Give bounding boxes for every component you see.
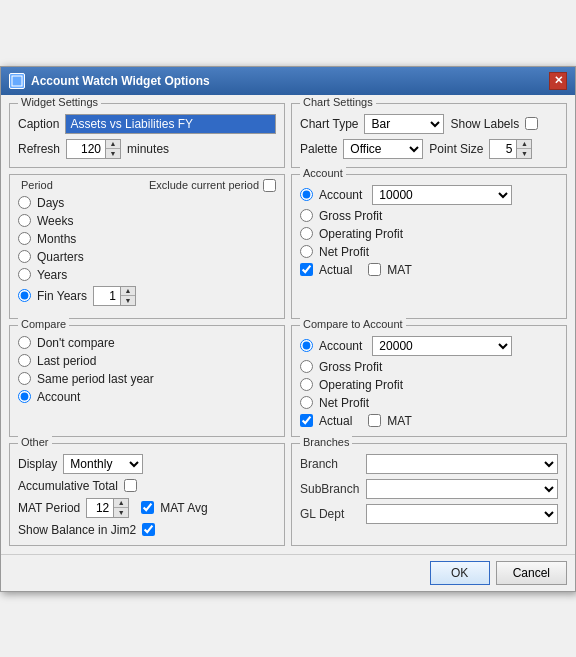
dialog-icon: [9, 73, 25, 89]
show-labels-checkbox[interactable]: [525, 117, 538, 130]
period-quarters-label: Quarters: [37, 250, 84, 264]
finyears-up[interactable]: ▲: [121, 287, 135, 296]
cancel-button[interactable]: Cancel: [496, 561, 567, 585]
refresh-spin-up[interactable]: ▲: [106, 140, 120, 149]
cta-gross-label: Gross Profit: [319, 360, 382, 374]
cta-actual-checkbox[interactable]: [300, 414, 313, 427]
account-actual-label: Actual: [319, 263, 352, 277]
cta-gross-radio[interactable]: [300, 360, 313, 373]
account-gross-label: Gross Profit: [319, 209, 382, 223]
cta-account-radio[interactable]: [300, 339, 313, 352]
cta-operating-radio[interactable]: [300, 378, 313, 391]
cta-net-radio[interactable]: [300, 396, 313, 409]
svg-rect-3: [13, 82, 16, 85]
mat-avg-checkbox[interactable]: [141, 501, 154, 514]
exclude-period-label: Exclude current period: [149, 179, 259, 191]
mat-period-label: MAT Period: [18, 501, 80, 515]
account-mat-checkbox[interactable]: [368, 263, 381, 276]
period-years-radio[interactable]: [18, 268, 31, 281]
chart-type-select[interactable]: Bar Line Area Pie: [364, 114, 444, 134]
widget-settings-label: Widget Settings: [18, 96, 101, 108]
show-labels-label: Show Labels: [450, 117, 519, 131]
finyears-input[interactable]: [93, 286, 121, 306]
account-account-label: Account: [319, 188, 362, 202]
display-select[interactable]: Monthly Weekly Daily: [63, 454, 143, 474]
dialog-body: Widget Settings Caption Refresh ▲ ▼ minu…: [1, 95, 575, 554]
period-weeks-radio[interactable]: [18, 214, 31, 227]
account-group: Account Account 10000 Gross Profit Opera…: [291, 174, 567, 319]
account-group-label: Account: [300, 167, 346, 179]
compare-account-radio[interactable]: [18, 390, 31, 403]
account-actual-checkbox[interactable]: [300, 263, 313, 276]
account-net-label: Net Profit: [319, 245, 369, 259]
other-group-label: Other: [18, 436, 52, 448]
gldept-label: GL Dept: [300, 507, 360, 521]
other-group: Other Display Monthly Weekly Daily Accum…: [9, 443, 285, 546]
compare-sameyear-radio[interactable]: [18, 372, 31, 385]
refresh-label: Refresh: [18, 142, 60, 156]
branch-select[interactable]: [366, 454, 558, 474]
main-dialog: Account Watch Widget Options ✕ Widget Se…: [0, 66, 576, 592]
dialog-title: Account Watch Widget Options: [31, 74, 210, 88]
account-account-radio[interactable]: [300, 188, 313, 201]
point-size-label: Point Size: [429, 142, 483, 156]
period-years-label: Years: [37, 268, 67, 282]
gldept-select[interactable]: [366, 504, 558, 524]
account-operating-label: Operating Profit: [319, 227, 403, 241]
cta-operating-label: Operating Profit: [319, 378, 403, 392]
period-finyears-radio[interactable]: [18, 289, 31, 302]
title-bar: Account Watch Widget Options ✕: [1, 67, 575, 95]
mat-period-down[interactable]: ▼: [114, 508, 128, 517]
cta-net-label: Net Profit: [319, 396, 369, 410]
minutes-label: minutes: [127, 142, 169, 156]
display-label: Display: [18, 457, 57, 471]
branch-label: Branch: [300, 457, 360, 471]
show-balance-checkbox[interactable]: [142, 523, 155, 536]
compare-last-radio[interactable]: [18, 354, 31, 367]
branches-group-label: Branches: [300, 436, 352, 448]
refresh-spin-down[interactable]: ▼: [106, 149, 120, 158]
account-select[interactable]: 10000: [372, 185, 512, 205]
finyears-down[interactable]: ▼: [121, 296, 135, 305]
cta-actual-label: Actual: [319, 414, 352, 428]
caption-input[interactable]: [65, 114, 276, 134]
compare-to-account-group: Compare to Account Account 20000 Gross P…: [291, 325, 567, 437]
compare-none-radio[interactable]: [18, 336, 31, 349]
svg-rect-1: [13, 77, 17, 81]
accumulative-label: Accumulative Total: [18, 479, 118, 493]
compare-group-label: Compare: [18, 318, 69, 330]
account-mat-label: MAT: [387, 263, 411, 277]
ok-button[interactable]: OK: [430, 561, 490, 585]
palette-select[interactable]: Office Classic Modern: [343, 139, 423, 159]
mat-period-input[interactable]: [86, 498, 114, 518]
point-size-up[interactable]: ▲: [517, 140, 531, 149]
close-button[interactable]: ✕: [549, 72, 567, 90]
compare-none-label: Don't compare: [37, 336, 115, 350]
svg-rect-4: [17, 82, 21, 85]
account-operating-radio[interactable]: [300, 227, 313, 240]
period-days-label: Days: [37, 196, 64, 210]
period-days-radio[interactable]: [18, 196, 31, 209]
account-net-radio[interactable]: [300, 245, 313, 258]
mat-period-up[interactable]: ▲: [114, 499, 128, 508]
account-gross-radio[interactable]: [300, 209, 313, 222]
cta-mat-checkbox[interactable]: [368, 414, 381, 427]
period-quarters-radio[interactable]: [18, 250, 31, 263]
widget-settings-group: Widget Settings Caption Refresh ▲ ▼ minu…: [9, 103, 285, 168]
subbranch-select[interactable]: [366, 479, 558, 499]
period-group: Period Exclude current period Days Weeks…: [9, 174, 285, 319]
exclude-period-checkbox[interactable]: [263, 179, 276, 192]
refresh-input[interactable]: [66, 139, 106, 159]
period-finyears-label: Fin Years: [37, 289, 87, 303]
subbranch-label: SubBranch: [300, 482, 360, 496]
point-size-input[interactable]: [489, 139, 517, 159]
cta-account-label: Account: [319, 339, 362, 353]
chart-type-label: Chart Type: [300, 117, 358, 131]
period-weeks-label: Weeks: [37, 214, 73, 228]
point-size-down[interactable]: ▼: [517, 149, 531, 158]
period-months-radio[interactable]: [18, 232, 31, 245]
chart-settings-label: Chart Settings: [300, 96, 376, 108]
cta-account-select[interactable]: 20000: [372, 336, 512, 356]
accumulative-checkbox[interactable]: [124, 479, 137, 492]
refresh-spin: ▲ ▼: [66, 139, 121, 159]
